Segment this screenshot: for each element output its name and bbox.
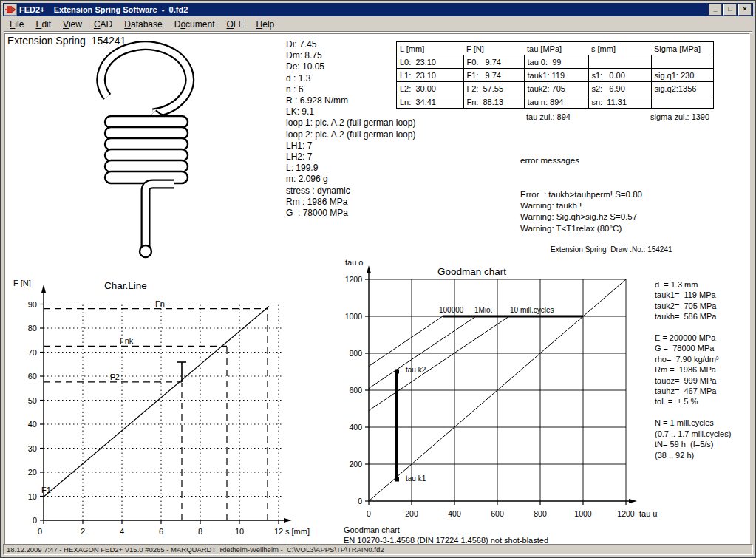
svg-text:1000: 1000 — [345, 312, 363, 321]
col-header-L: L [mm] — [397, 42, 464, 55]
maximize-button[interactable]: □ — [723, 4, 737, 16]
svg-text:50: 50 — [28, 396, 37, 405]
svg-text:10: 10 — [28, 492, 37, 501]
cell-tauk2: tauk2: 705 — [524, 82, 588, 95]
svg-text:200: 200 — [405, 509, 418, 518]
label-10mill-cycles: 10 mill.cycles — [510, 306, 554, 314]
cell-s2: s2: 6.90 — [588, 82, 651, 95]
svg-text:2: 2 — [81, 527, 85, 536]
svg-text:400: 400 — [349, 423, 362, 432]
title-bar[interactable]: FED2+ Extension Spring Software - 0.fd2 … — [3, 3, 753, 16]
cell-F2: F2: 57.55 — [463, 82, 524, 95]
status-bar: 18.12.2009 7:47 - HEXAGON FED2+ V15.0 #0… — [3, 544, 753, 555]
cell-sigq1: sig.q1: 230 — [651, 69, 714, 82]
goodman-xtick-labels: 0200 400600 8001000 1200 — [367, 509, 635, 518]
table-row: L0: 23.10 F0: 9.74 tau 0: 99 — [397, 55, 714, 69]
menu-item-file[interactable]: File — [4, 18, 30, 31]
charline-title: Char.Line — [104, 280, 147, 291]
table-header-row: L [mm] F [N] tau [MPa] s [mm] Sigma [MPa… — [397, 42, 714, 55]
menu-item-ole[interactable]: OLE — [221, 18, 251, 31]
app-window: FED2+ Extension Spring Software - 0.fd2 … — [0, 0, 756, 558]
svg-text:400: 400 — [448, 509, 461, 518]
goodman-info-panel: d = 1.3 mm tauk1= 119 MPa tauk2= 705 MPa… — [655, 279, 731, 460]
label-tau-k1: tau k1 — [406, 474, 426, 483]
svg-text:600: 600 — [349, 386, 362, 395]
cell-L0: L0: 23.10 — [397, 55, 464, 69]
spring-logo-icon — [4, 4, 16, 15]
svg-text:8: 8 — [198, 527, 202, 536]
menu-item-database[interactable]: Database — [118, 18, 168, 31]
results-table: L [mm] F [N] tau [MPa] s [mm] Sigma [MPa… — [396, 41, 714, 109]
svg-text:0: 0 — [33, 516, 37, 525]
table-row: L1: 23.10 F1: 9.74 tauk1: 119 s1: 0.00 s… — [397, 69, 714, 82]
label-F2: F2 — [110, 372, 120, 381]
charline-xtick-labels: 02 46 810 12 — [38, 527, 283, 536]
cell-F1: F1: 9.74 — [463, 69, 524, 82]
svg-text:70: 70 — [28, 348, 37, 357]
svg-text:1200: 1200 — [345, 275, 363, 284]
charline-ytick-labels: 9080 7060 5040 3020 100 — [28, 300, 37, 525]
svg-text:800: 800 — [349, 349, 362, 358]
cell-sn: sn: 11.31 — [588, 95, 651, 109]
svg-text:0: 0 — [38, 527, 42, 536]
svg-text:40: 40 — [28, 420, 37, 429]
svg-text:20: 20 — [28, 468, 37, 477]
menu-item-cad[interactable]: CAD — [88, 18, 118, 31]
cell-Fn: Fn: 88.13 — [463, 95, 524, 109]
menu-item-document[interactable]: Document — [168, 18, 221, 31]
col-header-sigma: Sigma [MPa] — [651, 42, 714, 55]
menu-bar: File Edit View CAD Database Document OLE… — [4, 17, 752, 32]
cell-L2: L2: 30.00 — [397, 82, 464, 95]
label-Fnk: Fnk — [120, 336, 134, 345]
svg-text:200: 200 — [349, 460, 362, 469]
svg-text:90: 90 — [28, 300, 37, 309]
drawing-number: Extension Spring Draw .No.: 154241 — [551, 245, 672, 254]
app-icon[interactable] — [4, 4, 17, 16]
svg-text:10: 10 — [235, 527, 244, 536]
menu-item-edit[interactable]: Edit — [30, 18, 57, 31]
svg-text:1000: 1000 — [574, 509, 592, 518]
label-1mio-cycles: 1Mio. — [474, 306, 492, 314]
cell-taun: tau n: 894 — [524, 95, 588, 109]
sigma-zul-value: sigma zul.: 1390 — [650, 112, 709, 121]
charline-chart: Char.Line F [N] s [mm] 9080 7060 5040 30… — [7, 279, 333, 541]
cell-sigq2: sig.q2:1356 — [651, 82, 714, 95]
error-messages-title: error messages — [520, 155, 642, 166]
table-row: Ln: 34.41 Fn: 88.13 tau n: 894 sn: 11.31 — [397, 95, 714, 109]
cell-F0: F0: 9.74 — [463, 55, 524, 69]
extension-spring-drawing — [86, 38, 242, 260]
tau-zul-value: tau zul.: 894 — [526, 112, 571, 121]
svg-text:800: 800 — [534, 509, 547, 518]
svg-text:600: 600 — [491, 509, 504, 518]
col-header-s: s [mm] — [588, 42, 651, 55]
minimize-button[interactable]: _ — [709, 4, 722, 16]
cell-sig0 — [651, 55, 714, 69]
col-header-tau: tau [MPa] — [524, 42, 588, 55]
menu-item-view[interactable]: View — [57, 18, 88, 31]
close-button[interactable]: × — [738, 4, 752, 16]
label-Fn: Fn — [155, 299, 165, 308]
svg-text:1200: 1200 — [617, 509, 635, 518]
goodman-xlabel: tau u — [639, 509, 657, 518]
svg-text:4: 4 — [120, 527, 124, 536]
error-messages: error messages Error : taukh>tauhperm! S… — [520, 133, 642, 256]
svg-text:60: 60 — [28, 372, 37, 381]
cell-tauk1: tauk1: 119 — [524, 69, 588, 82]
goodman-ylabel: tau o — [345, 258, 363, 267]
goodman-chart: Goodman chart tau o tau u 12001000 80060… — [338, 256, 685, 523]
col-header-F: F [N] — [463, 42, 524, 55]
svg-text:0: 0 — [358, 497, 362, 506]
cell-L1: L1: 23.10 — [397, 69, 464, 82]
cell-s0 — [588, 55, 651, 69]
charline-ylabel: F [N] — [13, 279, 31, 287]
svg-text:30: 30 — [28, 444, 37, 453]
label-F1: F1 — [41, 486, 51, 494]
table-row: L2: 30.00 F2: 57.55 tauk2: 705 s2: 6.90 … — [397, 82, 714, 95]
menu-item-help[interactable]: Help — [251, 18, 281, 31]
svg-text:12: 12 — [274, 527, 283, 536]
cell-s1: s1: 0.00 — [588, 69, 651, 82]
status-text: 18.12.2009 7:47 - HEXAGON FED2+ V15.0 #0… — [7, 545, 384, 554]
charline-xlabel: s [mm] — [285, 527, 310, 536]
goodman-material-note: Goodman chart EN 10270-3-1.4568 (DIN 172… — [344, 525, 548, 545]
cell-Ln: Ln: 34.41 — [397, 95, 464, 109]
